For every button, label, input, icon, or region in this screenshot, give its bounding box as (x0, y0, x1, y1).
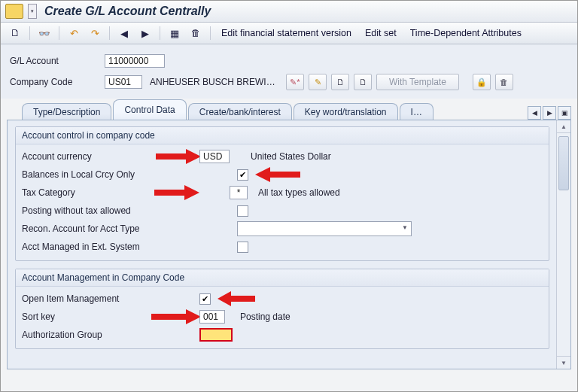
tab-scroll-left-icon[interactable]: ◀ (528, 106, 541, 120)
redo-icon[interactable]: ↷ (87, 26, 103, 40)
account-currency-input[interactable] (199, 150, 230, 163)
menu-dropdown-icon[interactable]: ▾ (28, 4, 37, 19)
edit-icon[interactable]: ✎ (309, 74, 327, 90)
delete-icon[interactable]: 🗑 (187, 26, 204, 40)
open-item-mgmt-label: Open Item Management (22, 293, 199, 304)
tab-type-description[interactable]: Type/Description (22, 103, 111, 120)
next-icon[interactable]: ▶ (137, 26, 154, 40)
account-currency-desc: United States Dollar (251, 151, 331, 162)
doc-icon[interactable]: 🗋 (7, 26, 23, 40)
create-template-icon[interactable]: 🗋 (354, 74, 372, 90)
undo-icon[interactable]: ↶ (65, 26, 82, 40)
svg-marker-3 (255, 167, 270, 182)
authorization-group-input[interactable] (199, 328, 233, 342)
company-code-desc: ANHEUSER BUSCH BREWI… (150, 77, 281, 87)
tab-create-bank-interest[interactable]: Create/bank/interest (188, 103, 292, 120)
lock-icon[interactable]: 🔒 (473, 74, 491, 90)
layout-icon[interactable]: ▦ (166, 26, 183, 40)
company-code-label: Company Code (10, 77, 100, 87)
scroll-down-icon[interactable]: ▼ (557, 356, 570, 369)
scroll-up-icon[interactable]: ▲ (557, 120, 570, 133)
sort-key-label: Sort key (22, 311, 199, 322)
tab-list-icon[interactable]: ▣ (558, 106, 571, 120)
tab-control-data[interactable]: Control Data (113, 99, 186, 120)
open-item-mgmt-checkbox[interactable]: ✔ (199, 293, 211, 305)
time-dependent-button[interactable]: Time-Dependent Attributes (406, 28, 526, 38)
edit-fsv-button[interactable]: Edit financial statement version (217, 28, 356, 38)
gl-account-input[interactable] (105, 54, 165, 68)
group-account-control-title: Account control in company code (16, 127, 549, 144)
application-toolbar: 🗋 👓 ↶ ↷ ◀ ▶ ▦ 🗑 Edit financial statement… (1, 23, 577, 44)
recon-account-label: Recon. Account for Acct Type (22, 223, 199, 234)
tab-scroll-right-icon[interactable]: ▶ (543, 106, 556, 120)
display-change-icon[interactable]: 👓 (36, 26, 53, 40)
acct-ext-system-checkbox[interactable] (237, 242, 248, 253)
annotation-arrow (255, 167, 300, 182)
acct-ext-system-label: Acct Managed in Ext. System (22, 242, 199, 252)
with-template-button[interactable]: With Template (376, 74, 459, 90)
sort-key-desc: Posting date (240, 311, 291, 322)
gl-account-label: G/L Account (10, 56, 100, 66)
account-currency-label: Account currency (22, 151, 199, 162)
posting-without-tax-label: Posting without tax allowed (22, 205, 199, 216)
display-icon[interactable]: ✎* (286, 74, 304, 90)
edit-set-button[interactable]: Edit set (360, 28, 401, 38)
authorization-group-label: Authorization Group (22, 330, 199, 340)
annotation-arrow (218, 291, 255, 306)
tax-category-label: Tax Category (22, 187, 199, 198)
prev-icon[interactable]: ◀ (116, 26, 132, 40)
trash-icon[interactable]: 🗑 (495, 74, 513, 90)
tax-category-input[interactable] (230, 186, 248, 199)
page-title: Create G/L Account Centrally (44, 5, 211, 18)
tab-keyword-translation[interactable]: Key word/translation (294, 103, 398, 120)
svg-rect-2 (270, 172, 300, 178)
content-scrollbar[interactable]: ▲ ▼ (556, 120, 570, 369)
svg-rect-6 (231, 296, 255, 302)
svg-marker-7 (218, 291, 231, 306)
recon-account-select[interactable] (237, 221, 412, 236)
posting-without-tax-checkbox[interactable] (237, 205, 248, 217)
sort-key-input[interactable] (199, 310, 225, 324)
balances-local-checkbox[interactable]: ✔ (237, 169, 248, 181)
balances-local-label: Balances in Local Crcy Only (22, 169, 199, 180)
tax-category-desc: All tax types allowed (258, 187, 340, 198)
help-icon[interactable] (5, 4, 23, 19)
company-code-input[interactable] (105, 75, 142, 89)
tab-info-overflow[interactable]: I… (400, 103, 434, 120)
group-account-management-title: Account Management in Company Code (16, 269, 549, 287)
create-icon[interactable]: 🗋 (331, 74, 349, 90)
